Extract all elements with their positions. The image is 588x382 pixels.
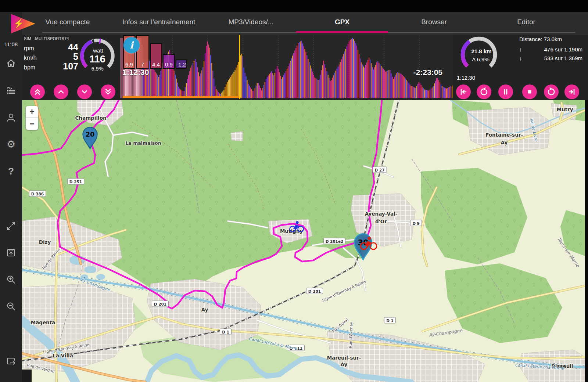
fullscreen-icon[interactable]	[6, 220, 17, 231]
elapsed-time: 1:12:30	[122, 68, 149, 77]
map-label: Aÿ-Champagne	[429, 328, 463, 338]
svg-text:D 1: D 1	[222, 330, 229, 334]
total-distance: Distance: 73.0km	[519, 36, 582, 42]
scroll-up-button[interactable]	[54, 84, 68, 99]
ascent-arrow-icon: ↑	[519, 46, 522, 53]
scroll-down-button[interactable]	[77, 84, 92, 99]
svg-text:D 201: D 201	[154, 302, 166, 306]
map-label: Ay	[501, 140, 508, 145]
map-label: La malmaison	[125, 140, 161, 146]
road-shield: D 201e2	[324, 238, 345, 244]
svg-text:D 386: D 386	[31, 192, 44, 196]
power-slope: 6,9%	[91, 66, 103, 72]
map-label: Ay	[341, 361, 348, 367]
map-label: Ligne d'Épernay à Reims	[322, 279, 367, 302]
skip-to-start-button[interactable]	[456, 84, 471, 99]
upcoming-slope-4: 0,9	[163, 54, 175, 69]
telemetry-panel: SIM - MULTISPORTS74 rpm44km/h5bpm107	[24, 36, 79, 69]
gauge-track	[459, 35, 499, 75]
window-titlebar	[0, 0, 588, 12]
road-shield: D 251	[68, 179, 84, 184]
zoom-out-icon[interactable]	[6, 301, 17, 312]
device-source: SIM - MULTISPORTS74	[24, 36, 79, 41]
ascent-value: 476 sur 1.190m	[544, 46, 582, 53]
svg-text:20: 20	[86, 131, 95, 138]
system-clock: 11:08	[0, 41, 22, 47]
scroll-bottom-button[interactable]	[101, 84, 115, 99]
course-totals: Distance: 73.0km ↑476 sur 1.190m ↓533 su…	[519, 36, 582, 64]
gpx-map[interactable]: D 386D 251D 201D 1D 111D 201D 201e2D 27D…	[22, 100, 585, 382]
scroll-top-button[interactable]	[30, 84, 45, 99]
lightning-icon: ⚡	[13, 18, 24, 29]
map-label: Dizy	[39, 239, 51, 245]
pause-button[interactable]	[498, 84, 513, 99]
power-value: 116	[89, 54, 105, 65]
map-label: Magenta	[31, 320, 55, 325]
power-gauge: watt 116 6,9%	[79, 38, 116, 75]
right-edge-strip	[585, 100, 588, 382]
road-shield: D 201	[152, 301, 169, 307]
svg-text:D 9: D 9	[412, 221, 420, 226]
descent-arrow-icon: ↓	[519, 55, 522, 61]
upcoming-slope-5: -1,2	[176, 60, 187, 69]
tab-mp3-videos-[interactable]: MP3/Videos/...	[228, 12, 273, 32]
map-label: Ay	[201, 307, 208, 313]
help-icon[interactable]: ?	[6, 166, 17, 177]
tab-editor[interactable]: Editor	[517, 12, 535, 32]
export-window-icon[interactable]	[6, 247, 17, 258]
map-label: d'Or	[375, 219, 387, 224]
map-label: La Villa	[53, 353, 73, 358]
metric-bpm: bpm107	[24, 61, 79, 69]
svg-text:D 251: D 251	[69, 180, 82, 184]
settings-gear-icon[interactable]: ⚙	[6, 139, 17, 150]
elevation-profile-chart[interactable]: 6,974,40,9-1,2 i 1:12:30 -2:23:05	[121, 35, 453, 99]
upcoming-slope-3: 4,4	[150, 43, 162, 69]
road-shield: D 386	[29, 191, 46, 197]
map-label: Avenay-Val-	[365, 211, 398, 217]
segment-grade: Λ 6,9%	[472, 56, 490, 62]
reload-button[interactable]	[544, 84, 559, 99]
tab-infos-sur-l-entra-nement[interactable]: Infos sur l’entraînement	[122, 12, 196, 32]
profile-icon[interactable]	[6, 112, 17, 123]
map-label: Fontaine-sur-	[485, 132, 523, 138]
map-label: Mareuil-sur-	[327, 355, 361, 361]
workout-list-icon[interactable]	[6, 85, 17, 96]
svg-text:D 27: D 27	[375, 168, 385, 172]
info-button[interactable]: i	[123, 37, 140, 53]
exit-icon[interactable]	[6, 356, 17, 367]
map-label: Mutry	[557, 107, 573, 112]
gauge-progress	[459, 35, 499, 75]
tab-gpx[interactable]: GPX	[335, 12, 349, 32]
map-zoom-in-button[interactable]: +	[26, 106, 38, 118]
tab-vue-compacte[interactable]: Vue compacte	[46, 12, 90, 32]
segment-distance: 21.8 km	[471, 48, 491, 54]
map-corner-control	[22, 370, 32, 382]
remaining-time: -2:23:05	[413, 68, 442, 77]
home-icon[interactable]	[6, 58, 17, 69]
road-shield: D 1	[220, 329, 232, 335]
metric-rpm: rpm44	[24, 42, 79, 50]
map-label: Champillon	[75, 115, 106, 121]
map-label: Rue d'Avenay	[348, 322, 353, 348]
svg-text:D 1: D 1	[386, 318, 394, 323]
metric-kmh: km/h5	[24, 51, 79, 60]
svg-text:D 201e2: D 201e2	[326, 239, 344, 244]
map-zoom-out-button[interactable]: −	[26, 118, 38, 130]
zoom-in-icon[interactable]	[6, 274, 17, 285]
climb-gauge: 21.8 km Λ 6,9%	[459, 35, 499, 75]
svg-text:D 201: D 201	[308, 289, 321, 293]
road-shield: D 27	[373, 167, 387, 173]
elapsed-time-detail: 1:12:30	[457, 75, 475, 81]
restart-button[interactable]	[477, 84, 491, 99]
stop-button[interactable]	[522, 84, 537, 99]
skip-to-end-button[interactable]	[564, 84, 579, 99]
road-shield: D 201	[306, 288, 323, 294]
road-shield: D 9	[410, 220, 422, 226]
road-shield: D 1	[384, 317, 396, 323]
map-label: Mutigny	[280, 228, 303, 234]
descent-value: 533 sur 1.369m	[544, 55, 582, 61]
power-label: watt	[93, 47, 103, 54]
tab-browser[interactable]: Browser	[421, 12, 447, 32]
